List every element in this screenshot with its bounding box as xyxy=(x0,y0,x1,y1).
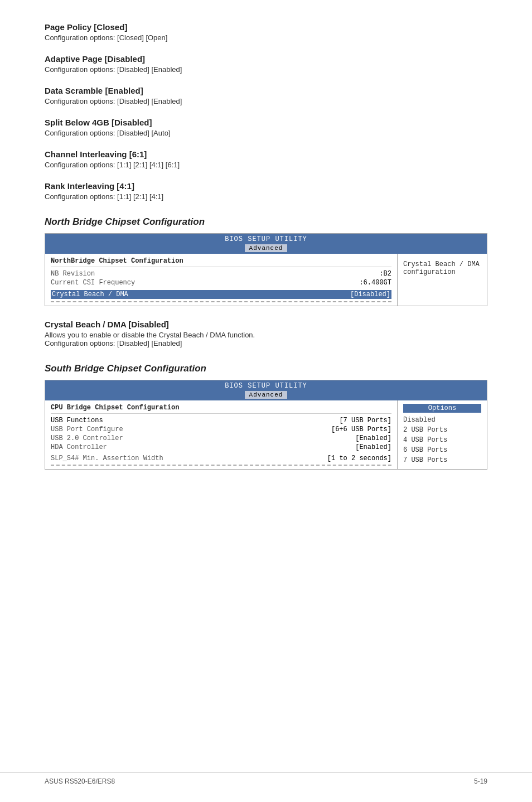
south-bridge-row-3-label: HDA Controller xyxy=(51,443,355,451)
north-bridge-heading: North Bridge Chipset Configuration xyxy=(45,216,487,228)
page-policy-desc: Configuration options: [Closed] [Open] xyxy=(45,33,487,42)
south-bridge-option-2: 4 USB Ports xyxy=(403,435,481,445)
south-bridge-option-4: 7 USB Ports xyxy=(403,455,481,465)
page-policy-title: Page Policy [Closed] xyxy=(45,22,487,32)
south-bridge-row-1-label: USB Port Configure xyxy=(51,426,331,433)
north-bridge-bios-main: NorthBridge Chipset Configuration NB Rev… xyxy=(45,254,398,306)
south-bridge-row-1: USB Port Configure [6+6 USB Ports] xyxy=(51,426,391,433)
south-bridge-options-header: Options xyxy=(403,404,481,413)
north-bridge-row-0-label: NB Revision xyxy=(51,270,379,278)
crystal-beach-title: Crystal Beach / DMA [Disabled] xyxy=(45,320,487,329)
north-bridge-sidebar-text: Crystal Beach / DMAconfiguration xyxy=(403,260,481,276)
data-scramble-title: Data Scramble [Enabled] xyxy=(45,86,487,95)
south-bridge-row-4-label: SLP_S4# Min. Assertion Width xyxy=(51,455,327,462)
adaptive-page-section: Adaptive Page [Disabled] Configuration o… xyxy=(45,54,487,74)
south-bridge-bios-main: CPU Bridge Chipset Configuration USB Fun… xyxy=(45,400,398,469)
channel-interleaving-title: Channel Interleaving [6:1] xyxy=(45,149,487,159)
south-bridge-bios-box: BIOS SETUP UTILITY Advanced CPU Bridge C… xyxy=(45,380,487,470)
south-bridge-bios-header: BIOS SETUP UTILITY Advanced xyxy=(45,380,487,400)
south-bridge-bios-body: CPU Bridge Chipset Configuration USB Fun… xyxy=(45,400,487,469)
data-scramble-desc: Configuration options: [Disabled] [Enabl… xyxy=(45,97,487,105)
north-bridge-selected-label: Crystal Beach / DMA xyxy=(51,291,350,298)
north-bridge-bios-box: BIOS SETUP UTILITY Advanced NorthBridge … xyxy=(45,233,487,306)
page-footer: ASUS RS520-E6/ERS8 5-19 xyxy=(0,772,532,785)
south-bridge-row-1-value: [6+6 USB Ports] xyxy=(331,426,391,433)
south-bridge-option-1: 2 USB Ports xyxy=(403,425,481,435)
south-bridge-row-2-value: [Enabled] xyxy=(355,434,391,442)
split-below-title: Split Below 4GB [Disabled] xyxy=(45,118,487,127)
data-scramble-section: Data Scramble [Enabled] Configuration op… xyxy=(45,86,487,105)
south-bridge-dashed xyxy=(51,465,391,466)
rank-interleaving-desc: Configuration options: [1:1] [2:1] [4:1] xyxy=(45,192,487,201)
south-bridge-sidebar: Options Disabled 2 USB Ports 4 USB Ports… xyxy=(398,400,487,469)
rank-interleaving-section: Rank Interleaving [4:1] Configuration op… xyxy=(45,181,487,201)
south-bridge-row-3: HDA Controller [Enabled] xyxy=(51,443,391,451)
crystal-beach-desc1: Allows you to enable or disable the Crys… xyxy=(45,331,487,339)
south-bridge-row-2: USB 2.0 Controller [Enabled] xyxy=(51,434,391,442)
north-bridge-bios-header: BIOS SETUP UTILITY Advanced xyxy=(45,234,487,254)
split-below-desc: Configuration options: [Disabled] [Auto] xyxy=(45,129,487,137)
south-bridge-option-0: Disabled xyxy=(403,415,481,425)
page-policy-section: Page Policy [Closed] Configuration optio… xyxy=(45,22,487,42)
adaptive-page-title: Adaptive Page [Disabled] xyxy=(45,54,487,64)
channel-interleaving-section: Channel Interleaving [6:1] Configuration… xyxy=(45,149,487,169)
north-bridge-row-0-value: :B2 xyxy=(379,270,391,278)
crystal-beach-section: Crystal Beach / DMA [Disabled] Allows yo… xyxy=(45,320,487,347)
south-bridge-tab-label: Advanced xyxy=(245,391,288,399)
south-bridge-row-4-value: [1 to 2 seconds] xyxy=(327,455,391,462)
south-bridge-option-3: 6 USB Ports xyxy=(403,445,481,455)
north-bridge-row-1-label: Current CSI Frequency xyxy=(51,279,359,287)
south-bridge-section-title: CPU Bridge Chipset Configuration xyxy=(51,404,391,414)
adaptive-page-desc: Configuration options: [Disabled] [Enabl… xyxy=(45,65,487,74)
channel-interleaving-desc: Configuration options: [1:1] [2:1] [4:1]… xyxy=(45,161,487,169)
south-bridge-heading: South Bridge Chipset Configuration xyxy=(45,363,487,374)
north-bridge-dashed xyxy=(51,301,391,302)
south-bridge-row-0-value: [7 USB Ports] xyxy=(339,417,391,424)
north-bridge-row-1: Current CSI Frequency :6.400GT xyxy=(51,279,391,287)
north-bridge-bios-body: NorthBridge Chipset Configuration NB Rev… xyxy=(45,254,487,306)
south-bridge-row-4: SLP_S4# Min. Assertion Width [1 to 2 sec… xyxy=(51,455,391,462)
footer-right: 5-19 xyxy=(474,777,487,785)
north-bridge-tab-label: Advanced xyxy=(245,244,288,252)
north-bridge-row-1-value: :6.400GT xyxy=(359,279,391,287)
footer-left: ASUS RS520-E6/ERS8 xyxy=(45,777,115,785)
split-below-section: Split Below 4GB [Disabled] Configuration… xyxy=(45,118,487,137)
south-bridge-row-3-value: [Enabled] xyxy=(355,443,391,451)
north-bridge-selected-row: Crystal Beach / DMA [Disabled] xyxy=(51,290,391,299)
south-bridge-row-2-label: USB 2.0 Controller xyxy=(51,434,355,442)
north-bridge-row-0: NB Revision :B2 xyxy=(51,270,391,278)
south-bridge-row-0: USB Functions [7 USB Ports] xyxy=(51,417,391,424)
north-bridge-section-title: NorthBridge Chipset Configuration xyxy=(51,257,391,267)
south-bridge-bios-title: BIOS SETUP UTILITY xyxy=(225,382,307,390)
crystal-beach-desc2: Configuration options: [Disabled] [Enabl… xyxy=(45,339,487,347)
north-bridge-selected-value: [Disabled] xyxy=(350,291,391,298)
north-bridge-bios-title: BIOS SETUP UTILITY xyxy=(225,235,307,243)
rank-interleaving-title: Rank Interleaving [4:1] xyxy=(45,181,487,191)
south-bridge-row-0-label: USB Functions xyxy=(51,417,339,424)
north-bridge-sidebar: Crystal Beach / DMAconfiguration xyxy=(398,254,487,306)
